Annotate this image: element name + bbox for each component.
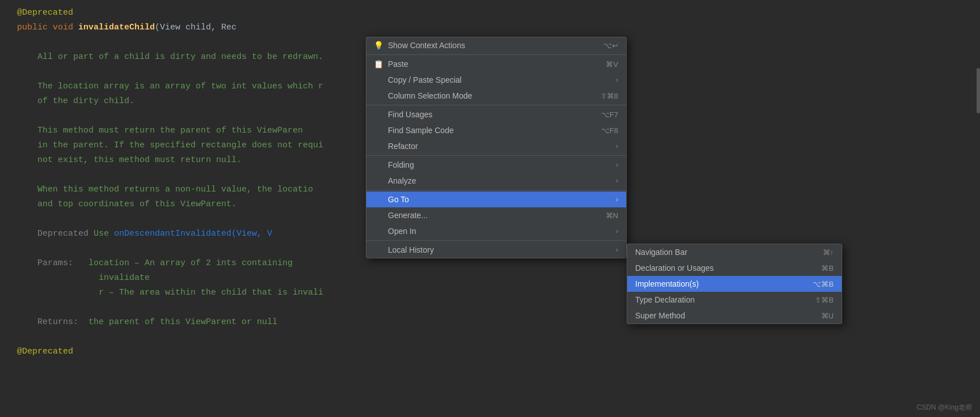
kw-void: void bbox=[53, 23, 78, 32]
submenu-item-declaration[interactable]: Declaration or Usages ⌘B bbox=[627, 260, 842, 276]
menu-item-copy-paste-special[interactable]: Copy / Paste Special › bbox=[366, 72, 626, 88]
arrow-analyze: › bbox=[616, 177, 618, 185]
menu-item-left-generate: Generate... bbox=[373, 211, 428, 220]
annotation-deprecated-2: @Deprecated bbox=[17, 347, 73, 356]
arrow-folding: › bbox=[616, 161, 618, 169]
separator-2 bbox=[366, 105, 626, 105]
menu-item-left-history: Local History bbox=[373, 245, 434, 254]
scrollbar-thumb[interactable] bbox=[977, 68, 980, 113]
menu-shortcut-column: ⇧⌘8 bbox=[601, 92, 618, 100]
menu-item-left-sample: Find Sample Code bbox=[373, 126, 454, 135]
menu-shortcut-paste: ⌘V bbox=[606, 60, 618, 69]
kw-public: public bbox=[17, 23, 53, 32]
menu-label-copy-paste-special: Copy / Paste Special bbox=[388, 75, 462, 84]
context-menu: 💡 Show Context Actions ⌥↩ 📋 Paste ⌘V Cop… bbox=[366, 37, 627, 258]
menu-item-find-sample[interactable]: Find Sample Code ⌥F8 bbox=[366, 122, 626, 138]
menu-shortcut-generate: ⌘N bbox=[606, 211, 618, 220]
separator-5 bbox=[366, 240, 626, 241]
menu-item-analyze[interactable]: Analyze › bbox=[366, 173, 626, 189]
submenu-label-type-declaration: Type Declaration bbox=[635, 295, 695, 304]
submenu-goto: Navigation Bar ⌘↑ Declaration or Usages … bbox=[627, 244, 842, 324]
menu-item-left-open: Open In bbox=[373, 227, 416, 236]
menu-item-left: 💡 Show Context Actions bbox=[373, 41, 465, 50]
menu-item-column-selection[interactable]: Column Selection Mode ⇧⌘8 bbox=[366, 88, 626, 104]
line-2: public void invalidateChild(View child, … bbox=[17, 20, 980, 35]
menu-item-left-copy: Copy / Paste Special bbox=[373, 75, 462, 84]
menu-item-local-history[interactable]: Local History › bbox=[366, 242, 626, 258]
menu-item-left-paste: 📋 Paste bbox=[373, 59, 408, 69]
method-name: invalidateChild bbox=[78, 23, 155, 32]
menu-item-left-folding: Folding bbox=[373, 160, 414, 169]
menu-label-column-selection: Column Selection Mode bbox=[388, 91, 472, 100]
submenu-shortcut-super-method: ⌘U bbox=[821, 312, 834, 320]
arrow-refactor: › bbox=[616, 142, 618, 150]
submenu-item-type-declaration[interactable]: Type Declaration ⇧⌘B bbox=[627, 292, 842, 308]
menu-item-left-find: Find Usages bbox=[373, 110, 433, 119]
menu-item-show-context-actions[interactable]: 💡 Show Context Actions ⌥↩ bbox=[366, 37, 626, 53]
submenu-label-declaration: Declaration or Usages bbox=[635, 263, 714, 273]
menu-item-left-refactor: Refactor bbox=[373, 142, 418, 151]
submenu-shortcut-navigation-bar: ⌘↑ bbox=[823, 248, 834, 257]
menu-label-refactor: Refactor bbox=[388, 142, 418, 151]
menu-item-refactor[interactable]: Refactor › bbox=[366, 138, 626, 154]
menu-item-generate[interactable]: Generate... ⌘N bbox=[366, 207, 626, 223]
separator-3 bbox=[366, 155, 626, 156]
submenu-shortcut-declaration: ⌘B bbox=[821, 264, 834, 273]
arrow-history: › bbox=[616, 246, 618, 254]
menu-label-find-sample: Find Sample Code bbox=[388, 126, 454, 135]
menu-shortcut-find-usages: ⌥F7 bbox=[601, 110, 618, 119]
scrollbar[interactable] bbox=[974, 0, 980, 417]
menu-label-find-usages: Find Usages bbox=[388, 110, 433, 119]
watermark: CSDN @King老师 bbox=[916, 403, 972, 412]
menu-label-open-in: Open In bbox=[388, 227, 416, 236]
separator-1 bbox=[366, 54, 626, 55]
menu-shortcut-find-sample: ⌥F8 bbox=[601, 126, 618, 135]
menu-shortcut-show-context-actions: ⌥↩ bbox=[603, 41, 618, 50]
menu-item-left-column: Column Selection Mode bbox=[373, 91, 472, 100]
annotation-deprecated: @Deprecated bbox=[17, 8, 73, 18]
menu-label-local-history: Local History bbox=[388, 245, 434, 254]
menu-item-paste[interactable]: 📋 Paste ⌘V bbox=[366, 56, 626, 72]
menu-item-folding[interactable]: Folding › bbox=[366, 157, 626, 173]
submenu-shortcut-implementations: ⌥⌘B bbox=[813, 280, 834, 288]
line-blank-8 bbox=[17, 330, 980, 344]
menu-item-left-analyze: Analyze bbox=[373, 176, 416, 185]
menu-label-paste: Paste bbox=[388, 59, 408, 69]
menu-label-goto: Go To bbox=[388, 195, 409, 204]
submenu-label-super-method: Super Method bbox=[635, 311, 685, 320]
menu-item-find-usages[interactable]: Find Usages ⌥F7 bbox=[366, 107, 626, 122]
arrow-goto: › bbox=[616, 195, 618, 203]
menu-item-left-goto: Go To bbox=[373, 195, 409, 204]
line-annotation-2: @Deprecated bbox=[17, 344, 980, 359]
paste-icon: 📋 bbox=[373, 59, 383, 69]
menu-label-folding: Folding bbox=[388, 160, 414, 169]
submenu-item-super-method[interactable]: Super Method ⌘U bbox=[627, 308, 842, 324]
menu-item-open-in[interactable]: Open In › bbox=[366, 223, 626, 239]
menu-label-generate: Generate... bbox=[388, 211, 428, 220]
arrow-open: › bbox=[616, 227, 618, 235]
menu-label-show-context-actions: Show Context Actions bbox=[388, 41, 465, 50]
menu-label-analyze: Analyze bbox=[388, 176, 416, 185]
submenu-item-implementations[interactable]: Implementation(s) ⌥⌘B bbox=[627, 276, 842, 292]
params-start: (View child, Rec bbox=[155, 23, 236, 32]
submenu-label-implementations: Implementation(s) bbox=[635, 279, 699, 288]
submenu-item-navigation-bar[interactable]: Navigation Bar ⌘↑ bbox=[627, 244, 842, 260]
separator-4 bbox=[366, 190, 626, 190]
menu-item-goto[interactable]: Go To › bbox=[366, 192, 626, 207]
submenu-shortcut-type-declaration: ⇧⌘B bbox=[815, 296, 834, 304]
line-1: @Deprecated bbox=[17, 6, 980, 20]
bulb-icon: 💡 bbox=[373, 41, 383, 50]
submenu-label-navigation-bar: Navigation Bar bbox=[635, 248, 687, 257]
arrow-copy: › bbox=[616, 76, 618, 84]
